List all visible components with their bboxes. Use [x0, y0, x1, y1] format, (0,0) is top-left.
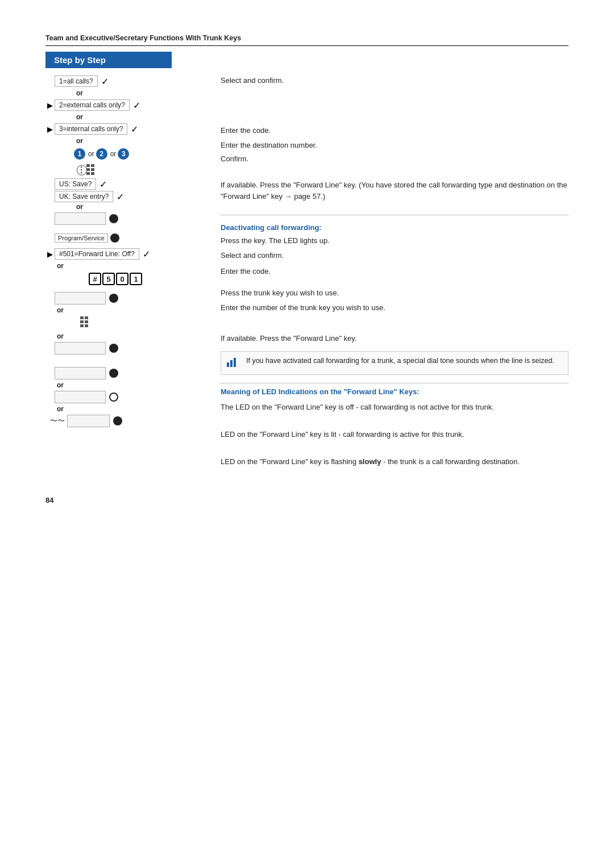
special-icons-group: # 5 0 1 [89, 273, 142, 285]
trunk-key-btn-led-lit[interactable] [55, 391, 106, 403]
row-trunk-key-1 [55, 211, 205, 226]
or-trunk-2: or [55, 306, 205, 315]
text-enter-dest: Enter the destination number. [221, 139, 569, 152]
label-uk-save: UK: Save entry? [55, 191, 113, 202]
label-2-external: 2=external calls only? [55, 99, 130, 111]
text-confirm: Confirm. [221, 152, 569, 177]
svg-rect-7 [85, 316, 88, 319]
check-forward-line: ✓ [143, 249, 150, 260]
spacer-r4 [221, 322, 569, 332]
led-dark-program [110, 233, 119, 243]
text-select-confirm-2: Select and confirm. [221, 249, 569, 264]
or-1: or [74, 89, 205, 98]
deactivating-heading: Deactivating call forwarding: [221, 223, 569, 232]
or-forward-line: or [55, 261, 205, 270]
step-by-step-header: Step by Step [45, 52, 172, 68]
trunk-key-btn-led-flash[interactable] [67, 415, 110, 427]
page-container: Team and Executive/Secretary Functions W… [45, 34, 569, 504]
row-us-save: US: Save? ✓ UK: Save entry? ✓ [45, 178, 205, 202]
trunk-key-btn-3[interactable] [55, 342, 106, 354]
row-program-service: Program/Service [55, 231, 205, 245]
keypad-dots: ⃝ [84, 164, 85, 176]
row-1-all-calls: 1=all calls? ✓ [45, 74, 205, 89]
check-3: ✓ [131, 124, 138, 135]
main-layout: 1=all calls? ✓ or ▶ 2=external calls onl… [45, 74, 569, 479]
check-1: ✓ [101, 76, 109, 87]
icon-5: 5 [102, 273, 115, 285]
spacer-3 [45, 356, 205, 366]
page-number: 84 [45, 496, 569, 504]
page-title: Team and Executive/Secretary Functions W… [45, 34, 569, 42]
slowly-bold-text: slowly [359, 457, 381, 466]
arrow-3: ▶ [45, 125, 55, 133]
label-program-service: Program/Service [55, 233, 108, 243]
circle-1: 1 [74, 148, 85, 160]
svg-rect-4 [86, 172, 90, 175]
info-text: If you have activated call forwarding fo… [246, 356, 554, 366]
text-if-available: If available. Press the "Forward Line" k… [221, 177, 569, 211]
spacer-1 [45, 226, 205, 231]
led-outline-lit [109, 393, 118, 402]
text-enter-trunk-num: Enter the number of the trunk key you wi… [221, 301, 569, 322]
spacer-r3 [221, 114, 569, 122]
row-keypad: ⁝ ⃝ [80, 162, 205, 177]
section-rule-2 [221, 383, 569, 383]
row-keypad-2 [80, 315, 205, 329]
label-forward-line-off: #501=Forward Line: Off? [55, 248, 139, 260]
check-2: ✓ [133, 100, 140, 111]
led-dark-1 [109, 214, 118, 223]
text-led-lit: LED on the "Forward Line" key is lit - c… [221, 428, 569, 452]
row-special-icons: # 5 0 1 [80, 272, 205, 286]
trunk-key-btn-led-off[interactable] [55, 367, 106, 379]
or-3-big: or [55, 332, 205, 341]
svg-rect-5 [91, 172, 94, 175]
trunk-key-btn-2[interactable] [55, 292, 106, 304]
row-led-lit [55, 390, 205, 404]
text-enter-code-2: Enter the code. [221, 264, 569, 286]
icon-hash: # [89, 273, 101, 285]
svg-rect-8 [80, 320, 84, 323]
trunk-key-btn-1[interactable] [55, 212, 106, 225]
or-3: or [74, 136, 205, 145]
text-if-available-2: If available. Press the "Forward Line" k… [221, 332, 569, 348]
icon-1: 1 [130, 273, 142, 285]
flash-wave-icon: 〜〜 [50, 416, 65, 426]
arrow-forward-line: ▶ [45, 250, 55, 258]
label-3-internal: 3=internal calls only? [55, 123, 127, 135]
keypad-grid-icon [86, 164, 98, 176]
arrow-2: ▶ [45, 101, 55, 110]
svg-rect-11 [85, 324, 88, 327]
led-dark-flash [113, 416, 122, 425]
spacer-2 [45, 286, 205, 291]
text-press-key-led: Press the key. The LED lights up. [221, 234, 569, 249]
row-led-off [55, 366, 205, 381]
svg-rect-2 [86, 168, 90, 171]
keypad-icon: ⁝ [80, 163, 83, 177]
svg-rect-1 [91, 164, 94, 167]
led-dark-3 [109, 344, 118, 353]
text-led-flashing: LED on the "Forward Line" key is flashin… [221, 455, 569, 479]
svg-rect-10 [80, 324, 84, 327]
right-column: Select and confirm. Enter the code. Ente… [210, 74, 569, 479]
meaning-heading: Meaning of LED Indications on the "Forwa… [221, 387, 569, 397]
text-select-confirm: Select and confirm. [221, 74, 569, 89]
keypad-grid-icon-2 [80, 316, 92, 328]
svg-rect-3 [91, 168, 94, 171]
text-led-off: The LED on the "Forward Line" key is off… [221, 400, 569, 424]
circle-3: 3 [118, 148, 129, 160]
svg-rect-13 [230, 360, 233, 367]
text-enter-code: Enter the code. [221, 124, 569, 139]
or-led-1: or [55, 381, 205, 390]
check-us-save: ✓ [99, 179, 107, 190]
info-box: If you have activated call forwarding fo… [221, 351, 569, 375]
icon-0: 0 [116, 273, 128, 285]
header-rule [45, 45, 569, 46]
info-icon [227, 356, 242, 370]
svg-rect-12 [227, 362, 229, 367]
text-press-trunk: Press the trunk key you wish to use. [221, 286, 569, 301]
left-column: 1=all calls? ✓ or ▶ 2=external calls onl… [45, 74, 210, 479]
row-trunk-key-3 [55, 341, 205, 356]
svg-rect-0 [86, 164, 90, 167]
section-rule-1 [221, 215, 569, 215]
or-led-2: or [55, 404, 205, 414]
